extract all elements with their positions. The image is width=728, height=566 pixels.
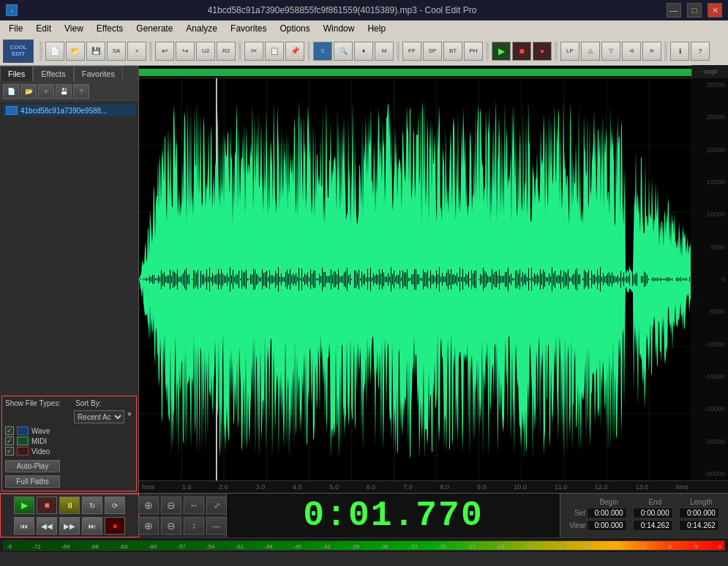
tb-save[interactable]: 💾 xyxy=(86,42,105,61)
tb-stop[interactable]: ■ xyxy=(512,42,531,61)
tb-phase[interactable]: PH xyxy=(464,42,483,61)
save-all-button[interactable]: 💾 xyxy=(56,84,72,99)
menu-options[interactable]: Options xyxy=(274,22,315,35)
tab-files[interactable]: Files xyxy=(0,66,33,81)
tb-s10[interactable]: ⊲ xyxy=(622,42,641,61)
close-button[interactable]: ✕ xyxy=(708,3,722,18)
view-end[interactable]: 0:14.262 xyxy=(633,520,673,531)
menu-favorites[interactable]: Favorites xyxy=(225,22,272,35)
help-file-button[interactable]: ? xyxy=(73,84,89,99)
full-paths-button[interactable]: Full Paths xyxy=(5,475,60,488)
file-types-header: Show File Types: Sort By: xyxy=(5,399,133,407)
sel-length[interactable]: 0:00.000 xyxy=(679,507,719,518)
tb-save-as[interactable]: SA xyxy=(107,42,126,61)
tb-new[interactable]: 📄 xyxy=(45,42,64,61)
sel-begin[interactable]: 0:00.000 xyxy=(587,507,627,518)
menu-generate[interactable]: Generate xyxy=(130,22,179,35)
waveform-main[interactable] xyxy=(139,78,691,480)
tb-redo2[interactable]: R2 xyxy=(217,42,236,61)
tb-loop-toggle[interactable]: LP xyxy=(560,42,579,61)
tb-freq[interactable]: FF xyxy=(402,42,421,61)
loop-button[interactable]: ↻ xyxy=(82,497,102,514)
tb-paste[interactable]: 📌 xyxy=(285,42,304,61)
video-checkbox[interactable]: ✓ xyxy=(5,447,14,456)
bottom-panel: ▶ ■ ⏸ ↻ ⟳ ⏮ ◀◀ ▶▶ ⏭ ● ⊕ ⊖ ↔ ⤢ xyxy=(0,493,728,566)
tb-info[interactable]: ℹ xyxy=(670,42,689,61)
tb-s11[interactable]: ⊳ xyxy=(642,42,661,61)
view-begin[interactable]: 0:00.000 xyxy=(587,520,627,531)
vu-label-minus45: -45 xyxy=(293,543,302,550)
tab-effects[interactable]: Effects xyxy=(33,66,73,81)
stop-button[interactable]: ■ xyxy=(37,497,57,514)
forward-end-button[interactable]: ⏭ xyxy=(82,517,102,535)
rewind-start-button[interactable]: ⏮ xyxy=(14,517,34,535)
transport-row-2: ⏮ ◀◀ ▶▶ ⏭ ● xyxy=(14,517,125,535)
tb-3[interactable]: ♦ xyxy=(354,42,373,61)
pause-button[interactable]: ⏸ xyxy=(59,497,80,514)
menubar: File Edit View Effects Generate Analyze … xyxy=(0,20,728,37)
tb-help[interactable]: ? xyxy=(691,42,710,61)
skip-button[interactable]: ⟳ xyxy=(105,497,125,514)
panel-tabs: Files Effects Favorites xyxy=(0,66,138,81)
minimize-button[interactable]: — xyxy=(667,3,681,18)
file-list: ~~ 41bcd58c91a7390e9588... xyxy=(0,102,138,251)
open-file-button[interactable]: 📂 xyxy=(20,84,37,99)
tb-undo[interactable]: ↩ xyxy=(155,42,174,61)
end-header: End xyxy=(633,498,678,506)
play-button[interactable]: ▶ xyxy=(14,497,34,514)
tb-rec[interactable]: ● xyxy=(533,42,552,61)
auto-play-button[interactable]: Auto-Play xyxy=(5,460,60,472)
zoom-out-h-button[interactable]: ⊖ xyxy=(161,497,181,514)
panel-spacer xyxy=(0,251,138,394)
close-file-button[interactable]: × xyxy=(38,84,54,99)
forward-button[interactable]: ▶▶ xyxy=(59,517,80,535)
menu-view[interactable]: View xyxy=(59,22,89,35)
zoom-in-h-button[interactable]: ⊕ xyxy=(138,497,159,514)
wave-checkbox[interactable]: ✓ xyxy=(5,426,14,435)
menu-edit[interactable]: Edit xyxy=(30,22,57,35)
vu-label-minus63: -63 xyxy=(119,543,128,550)
rewind-button[interactable]: ◀◀ xyxy=(37,517,57,535)
menu-file[interactable]: File xyxy=(3,22,29,35)
zoom-fit-v-button[interactable]: ↕ xyxy=(184,517,204,535)
tb-s8[interactable]: △ xyxy=(581,42,600,61)
zoom-fit-h-button[interactable]: ↔ xyxy=(184,497,204,514)
zoom-full-button[interactable]: ⤢ xyxy=(206,497,227,514)
menu-effects[interactable]: Effects xyxy=(91,22,129,35)
file-type-wave: ✓ Wave xyxy=(5,426,133,435)
tb-copy[interactable]: 📋 xyxy=(265,42,284,61)
tb-zoom[interactable]: 🔍 xyxy=(334,42,353,61)
menu-analyze[interactable]: Analyze xyxy=(180,22,223,35)
y-neg10000: -10000 xyxy=(691,341,725,348)
maximize-button[interactable]: □ xyxy=(687,3,702,18)
record-button[interactable]: ● xyxy=(105,517,125,535)
navigator-bar[interactable]: smpl xyxy=(139,66,728,78)
tb-undo2[interactable]: U2 xyxy=(196,42,215,61)
tb-close-file[interactable]: × xyxy=(127,42,146,61)
tb-open[interactable]: 📂 xyxy=(66,42,85,61)
tb-cut[interactable]: ✂ xyxy=(244,42,263,61)
file-item[interactable]: ~~ 41bcd58c91a7390e9588... xyxy=(3,105,135,116)
vu-label-minus51: -51 xyxy=(235,543,244,550)
video-label: Video xyxy=(31,448,50,456)
tb-play[interactable]: ▶ xyxy=(492,42,511,61)
sel-end[interactable]: 0:00.000 xyxy=(633,507,673,518)
menu-window[interactable]: Window xyxy=(318,22,361,35)
zoom-out-v-button[interactable]: ⊖ xyxy=(161,517,181,535)
zoom-in-v-button[interactable]: ⊕ xyxy=(138,517,159,535)
view-length[interactable]: 0:14.262 xyxy=(679,520,719,531)
vu-label-minus33: -33 xyxy=(409,543,418,550)
tb-4[interactable]: M xyxy=(375,42,394,61)
tb-spec[interactable]: SP xyxy=(423,42,442,61)
new-file-button[interactable]: 📄 xyxy=(3,84,19,99)
waveform-inner: 30000 25000 20000 15000 10000 5000 0 -50… xyxy=(139,78,728,480)
midi-checkbox[interactable]: ✓ xyxy=(5,437,14,445)
tb-select[interactable]: S xyxy=(313,42,332,61)
menu-help[interactable]: Help xyxy=(361,22,391,35)
tb-beat[interactable]: BT xyxy=(443,42,462,61)
sort-select[interactable]: Recent Ac Name Date xyxy=(74,410,124,423)
tb-s9[interactable]: ▽ xyxy=(601,42,620,61)
tab-favorites[interactable]: Favorites xyxy=(74,66,123,81)
zoom-full-v-button[interactable]: — xyxy=(206,517,227,535)
tb-redo[interactable]: ↪ xyxy=(176,42,195,61)
